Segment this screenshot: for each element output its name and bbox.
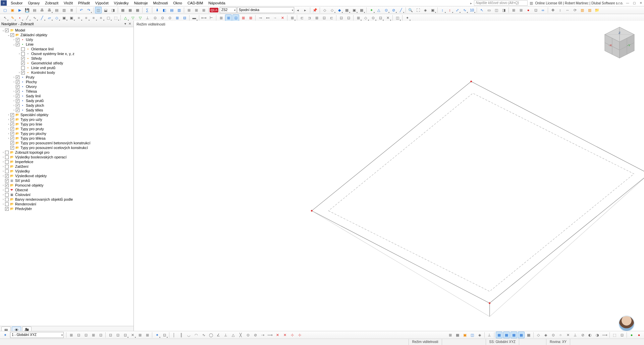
tree-checkbox[interactable]	[16, 38, 19, 42]
rotate-button[interactable]: ⟳	[572, 7, 578, 13]
tree-checkbox[interactable]	[21, 71, 25, 75]
tree-item[interactable]: ›▦Číslování	[0, 192, 133, 197]
tree-checkbox[interactable]	[10, 141, 14, 145]
tree-item[interactable]: ›📂Speciální objekty	[0, 112, 133, 117]
expand-icon[interactable]: ›	[7, 112, 10, 117]
navigator-close-button[interactable]: ✕	[127, 21, 132, 27]
wire-2-button[interactable]: ◇	[329, 7, 335, 13]
restore-button[interactable]: ▢	[632, 1, 637, 5]
style-moment-button[interactable]: ⤢	[454, 7, 461, 13]
render-button[interactable]: ◆	[336, 7, 343, 13]
support-rib-button[interactable]: ⊥	[144, 14, 151, 21]
hinge-l-button[interactable]: ⊙	[152, 14, 158, 21]
draw-div-button[interactable]: ⊹	[289, 332, 296, 338]
osnap-m-button[interactable]: ◈	[542, 332, 549, 338]
expand-icon[interactable]: ›	[17, 51, 21, 56]
tree-checkbox[interactable]	[10, 137, 14, 140]
undo-button[interactable]: ↶	[78, 7, 85, 13]
expand-icon[interactable]: ›	[12, 108, 16, 112]
tree-checkbox[interactable]	[21, 47, 25, 51]
line-draw-button[interactable]: ╱	[24, 14, 31, 21]
support-l-button[interactable]: ▽	[129, 14, 136, 21]
show-trans-button[interactable]: ◫	[469, 332, 476, 338]
delete-red-button[interactable]: ✕	[279, 14, 286, 21]
tree-item[interactable]: ▪Orientace linií	[0, 47, 133, 51]
tree-item[interactable]: ›▪Uzly	[0, 37, 133, 42]
menu-úpravy[interactable]: Úpravy	[25, 1, 42, 5]
tree-item[interactable]: ›▪Pruty	[0, 75, 133, 80]
expand-icon[interactable]: ›	[12, 89, 16, 94]
align-l-button[interactable]: ⊏	[299, 14, 305, 21]
save-all-button[interactable]: ▤	[31, 7, 38, 13]
draw-poly-button[interactable]: △	[230, 332, 236, 338]
draw-angle-button[interactable]: ∠	[215, 332, 222, 338]
diagram-button[interactable]: ⊞	[185, 7, 192, 13]
filter-3-button[interactable]: ⊡	[122, 332, 128, 338]
osnap-e-button[interactable]: ⊙	[550, 332, 556, 338]
snap-node-button[interactable]: ⊡	[75, 332, 82, 338]
clip-button[interactable]: ◫	[493, 7, 500, 13]
section-line-button[interactable]: ⊢	[208, 14, 215, 21]
opening-box-button[interactable]: ▢	[105, 14, 112, 21]
keyword-search-box[interactable]: Napište klíčové slovo (Alt+Q)	[474, 0, 528, 6]
expand-icon[interactable]: ›	[12, 103, 16, 108]
clip-reset-button[interactable]: ◨	[500, 7, 507, 13]
mirror-button[interactable]: ▥	[586, 7, 593, 13]
move-h-button[interactable]: ↔	[564, 7, 571, 13]
animate-button[interactable]: ⊞	[200, 7, 207, 13]
tree-checkbox[interactable]	[10, 122, 14, 126]
tree-checkbox[interactable]	[21, 61, 25, 65]
draw-arc-button[interactable]: ◡	[185, 332, 192, 338]
draw-arc2-button[interactable]: ◠	[193, 332, 200, 338]
tree-item[interactable]: ›📂Typy pro plochy	[0, 131, 133, 136]
tree-item[interactable]: ›▪Sady těles	[0, 108, 133, 112]
tree-checkbox[interactable]	[16, 43, 19, 46]
assistant-avatar[interactable]	[619, 315, 635, 332]
renumber-button[interactable]: ⊡	[338, 14, 344, 21]
input-step-button[interactable]: ⊡	[161, 332, 168, 338]
snap-member-button[interactable]: ⊡	[97, 332, 104, 338]
osnap-i-button[interactable]: ✕	[565, 332, 571, 338]
cursor-info-button[interactable]: ◫	[394, 14, 401, 21]
tree-checkbox[interactable]	[5, 207, 9, 211]
tree-item[interactable]: ›📂Výsledkové objekty	[0, 174, 133, 178]
mesh-solid-button[interactable]: ⊞	[247, 14, 254, 21]
expand-icon[interactable]: ›	[1, 155, 5, 159]
zoom-window-button[interactable]: 🔍	[407, 7, 414, 13]
snap-off-red-button[interactable]: ●	[636, 332, 642, 338]
tree-item[interactable]: ▪Středy	[0, 56, 133, 61]
grid-xy-button[interactable]: ⊞	[510, 7, 517, 13]
snap-int-button[interactable]: ✕	[384, 14, 391, 21]
tree-checkbox[interactable]	[21, 52, 25, 56]
tool-a-button[interactable]: ◧	[161, 7, 168, 13]
tree-checkbox[interactable]	[5, 174, 9, 178]
menu-možnosti[interactable]: Možnosti	[151, 1, 171, 5]
tracking-button[interactable]: ⬚	[611, 332, 618, 338]
tree-item[interactable]: ›📂Barvy renderovaných objektů podle	[0, 197, 133, 202]
viewport-3d[interactable]: Režim viditelnosti Z -X -Y	[134, 21, 644, 334]
tree-item[interactable]: ›📂Typy pro tělesa	[0, 136, 133, 141]
tree-checkbox[interactable]	[5, 151, 9, 154]
table-button[interactable]: ▦	[119, 7, 126, 13]
results-table-button[interactable]: ▦	[127, 7, 133, 13]
expand-icon[interactable]: ›	[1, 197, 5, 202]
style-axial-button[interactable]: ↕	[439, 7, 446, 13]
wp-yz-button[interactable]: ▦	[503, 332, 510, 338]
filter-5-button[interactable]: ⊞	[137, 332, 143, 338]
expand-icon[interactable]: ›	[1, 202, 5, 206]
lc-prev-button[interactable]: ◂	[294, 7, 301, 13]
collapse-icon[interactable]: ⌄	[1, 28, 5, 33]
tree-item[interactable]: 📂Typy pro posouzení ocelových konstrukcí	[0, 145, 133, 150]
probe-button[interactable]: ↖	[478, 7, 485, 13]
tree-checkbox[interactable]	[16, 80, 19, 84]
tree-item[interactable]: ›📂Typy pro linie	[0, 122, 133, 127]
menu-okno[interactable]: Okno	[171, 1, 185, 5]
node-button[interactable]: •	[16, 14, 23, 21]
tree-item[interactable]: ▦Síť prvků	[0, 178, 133, 183]
tree-item[interactable]: 📂Typy pro posouzení betonových konstrukc…	[0, 141, 133, 145]
show-label-button[interactable]: ▣	[462, 332, 468, 338]
set-solid-button[interactable]: ≡	[98, 14, 104, 21]
tree-item[interactable]: ›📂Typy pro uzly	[0, 117, 133, 122]
draw-diag-button[interactable]: ╳	[237, 332, 244, 338]
move-v-button[interactable]: ↕	[557, 7, 564, 13]
